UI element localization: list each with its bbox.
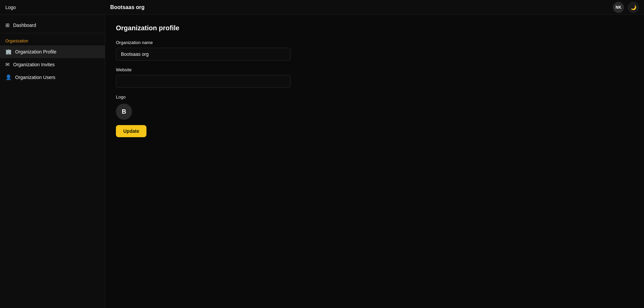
- logo-section: Logo B Update: [116, 94, 633, 137]
- sidebar-item-dashboard[interactable]: ⊞ Dashboard: [0, 19, 105, 32]
- sidebar-item-organization-invites-label: Organization Invites: [13, 62, 55, 67]
- moon-icon: 🌙: [631, 5, 636, 10]
- sidebar-divider: [0, 33, 105, 33]
- theme-toggle-button[interactable]: 🌙: [628, 2, 639, 13]
- main-layout: ⊞ Dashboard Organization 🏢 Organization …: [0, 15, 644, 308]
- website-group: Website: [116, 67, 291, 88]
- website-label: Website: [116, 67, 291, 72]
- sidebar-section-organization: Organization: [0, 35, 105, 45]
- header-title: Bootsaas org: [110, 4, 144, 10]
- logo-label: Logo: [116, 94, 633, 100]
- sidebar-item-organization-invites[interactable]: ✉ Organization Invites: [0, 58, 105, 71]
- content-area: Organization profile Organization name W…: [105, 15, 644, 308]
- user-avatar[interactable]: NK: [613, 2, 624, 13]
- header-right: NK 🌙: [613, 2, 639, 13]
- org-name-label: Organization name: [116, 40, 291, 45]
- sidebar-item-organization-profile[interactable]: 🏢 Organization Profile: [0, 45, 105, 58]
- top-header: Logo Bootsaas org NK 🌙: [0, 0, 644, 15]
- sidebar-item-organization-profile-label: Organization Profile: [15, 49, 56, 54]
- update-button[interactable]: Update: [116, 125, 146, 137]
- page-title: Organization profile: [116, 24, 633, 32]
- org-name-input[interactable]: [116, 48, 291, 61]
- sidebar: ⊞ Dashboard Organization 🏢 Organization …: [0, 15, 105, 308]
- logo-avatar: B: [116, 104, 132, 120]
- sidebar-item-organization-users-label: Organization Users: [15, 75, 55, 80]
- org-profile-icon: 🏢: [5, 49, 12, 55]
- website-input[interactable]: [116, 75, 291, 88]
- header-logo: Logo: [5, 5, 16, 10]
- sidebar-item-dashboard-label: Dashboard: [13, 23, 36, 28]
- org-invites-icon: ✉: [5, 62, 10, 68]
- org-users-icon: 👤: [5, 74, 12, 80]
- dashboard-icon: ⊞: [5, 22, 10, 28]
- org-name-group: Organization name: [116, 40, 291, 61]
- sidebar-item-organization-users[interactable]: 👤 Organization Users: [0, 71, 105, 84]
